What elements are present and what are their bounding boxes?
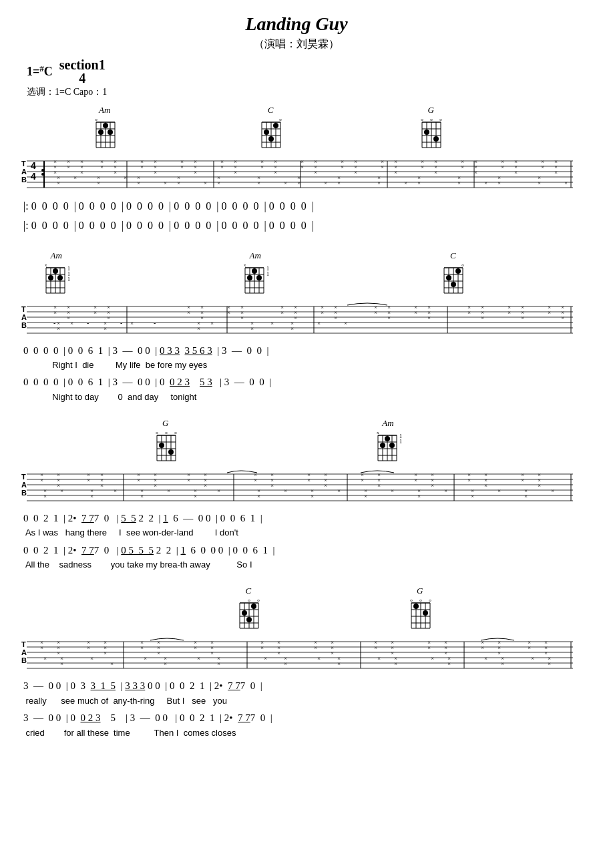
chord-name: G — [417, 586, 423, 596]
svg-text:×: × — [260, 644, 264, 651]
svg-text:×: × — [381, 164, 384, 170]
svg-text:×: × — [270, 482, 274, 489]
svg-text:×: × — [561, 314, 564, 321]
svg-text:x: x — [244, 262, 246, 268]
svg-text:×: × — [417, 493, 421, 499]
svg-text:o: o — [429, 598, 431, 603]
svg-text:×: × — [144, 655, 147, 662]
svg-text:o: o — [419, 598, 422, 603]
svg-text:×: × — [100, 482, 104, 489]
svg-point-178 — [48, 275, 53, 280]
svg-text:×: × — [87, 477, 90, 483]
svg-text:×: × — [554, 169, 558, 176]
section-3: G o o o — [20, 418, 573, 571]
svg-text:×: × — [73, 174, 77, 181]
svg-point-212 — [451, 282, 456, 287]
svg-text:×: × — [321, 309, 324, 316]
svg-text:×: × — [180, 164, 184, 170]
svg-text:o: o — [462, 262, 465, 268]
svg-point-195 — [247, 275, 252, 280]
svg-text:×: × — [337, 660, 341, 667]
svg-text:×: × — [431, 655, 434, 662]
svg-text:B: B — [21, 656, 27, 664]
svg-text:o: o — [439, 117, 442, 122]
svg-text:o: o — [248, 598, 250, 603]
song-subtitle: （演唱：刘昊霖） — [20, 37, 573, 51]
tab-svg-2: T A B ×× ××× ×× ××× - - - - ×× × — [20, 300, 573, 340]
svg-text:×: × — [164, 180, 167, 186]
svg-text:×: × — [444, 487, 447, 494]
svg-text:×: × — [220, 164, 224, 170]
chord-row-3: G o o o — [20, 418, 573, 466]
notes-line-1b: |: 0 0 0 0 | 0 0 0 0 | 0 0 0 0 | 0 0 0 0… — [23, 216, 573, 236]
svg-point-315 — [159, 443, 164, 448]
svg-text:×: × — [498, 180, 501, 186]
tab-svg-1: T A B 4 4 ××× ×× × — [20, 154, 573, 194]
svg-text:B: B — [21, 321, 27, 329]
svg-text:×: × — [257, 493, 260, 499]
svg-text:×: × — [421, 164, 424, 170]
svg-text:o: o — [421, 117, 423, 122]
svg-text:×: × — [114, 169, 117, 176]
svg-text:×: × — [467, 477, 471, 483]
svg-text:×: × — [447, 660, 451, 667]
svg-text:B: B — [21, 489, 27, 497]
svg-text:×: × — [344, 320, 347, 327]
svg-text:×: × — [260, 164, 264, 170]
lyrics-4a: really see much of any-th-ring But I see… — [23, 695, 573, 707]
svg-text:×: × — [484, 655, 487, 662]
chord-am-2a: Am x 1 1 — [42, 250, 70, 294]
section-1: Am o — [20, 105, 573, 236]
notes-4a: 3 — 0 0 | 0 3 3 1 5 | 3 3 3 0 0 | 0 0 2 … — [23, 678, 573, 695]
svg-text:×: × — [197, 325, 200, 332]
svg-point-441 — [246, 617, 252, 622]
svg-text:×: × — [210, 320, 214, 327]
svg-point-329 — [380, 443, 385, 448]
svg-text:×: × — [100, 164, 104, 170]
svg-text:×: × — [508, 309, 511, 316]
svg-text:×: × — [414, 477, 417, 483]
svg-point-210 — [455, 268, 461, 274]
svg-text:-: - — [87, 319, 89, 327]
svg-text:×: × — [93, 309, 97, 316]
chord-c-4: C o o — [236, 586, 261, 630]
svg-text:×: × — [130, 320, 134, 327]
notes-2b: 0 0 0 0 | 0 0 6 1 | 3 — 0 0 | 0 0 2 3 5 … — [23, 374, 573, 391]
chord-name: Am — [99, 105, 110, 116]
notes-3a: 0 0 2 1 | 2• 7 77 0 | 5 5 2 2 | 1 6 — 0 … — [23, 510, 573, 527]
svg-point-12 — [98, 130, 104, 135]
svg-text:o: o — [430, 117, 433, 122]
svg-text:×: × — [337, 487, 341, 494]
svg-text:o: o — [95, 117, 97, 122]
time-denominator: 4 — [79, 71, 85, 85]
svg-text:A: A — [21, 481, 27, 489]
svg-text:×: × — [427, 644, 431, 651]
svg-text:×: × — [290, 325, 294, 332]
svg-text:×: × — [53, 309, 57, 316]
svg-text:×: × — [187, 477, 190, 483]
svg-text:×: × — [324, 180, 327, 186]
svg-text:×: × — [467, 309, 471, 316]
svg-text:×: × — [97, 180, 100, 186]
svg-text:×: × — [200, 314, 204, 321]
svg-text:×: × — [140, 493, 144, 499]
svg-text:×: × — [531, 655, 534, 662]
svg-text:×: × — [250, 325, 254, 332]
svg-text:×: × — [234, 169, 237, 176]
svg-text:×: × — [154, 482, 157, 489]
svg-point-196 — [256, 275, 262, 280]
lyrics-2a: Right I die My life be fore my eyes — [23, 359, 573, 371]
time-numerator: section1 — [59, 58, 106, 71]
svg-text:×: × — [204, 180, 207, 186]
svg-text:×: × — [187, 309, 190, 316]
svg-text:×: × — [301, 164, 304, 170]
svg-text:×: × — [87, 644, 90, 651]
svg-text:×: × — [317, 655, 321, 662]
svg-text:×: × — [43, 493, 47, 499]
chord-name: G — [162, 418, 168, 429]
chord-g-4: G o o o — [407, 586, 433, 630]
chord-svg: o — [440, 261, 465, 294]
svg-text:×: × — [471, 493, 474, 499]
chord-am-1: Am o — [92, 105, 118, 149]
chord-svg: x 1 1 1 — [42, 261, 70, 294]
